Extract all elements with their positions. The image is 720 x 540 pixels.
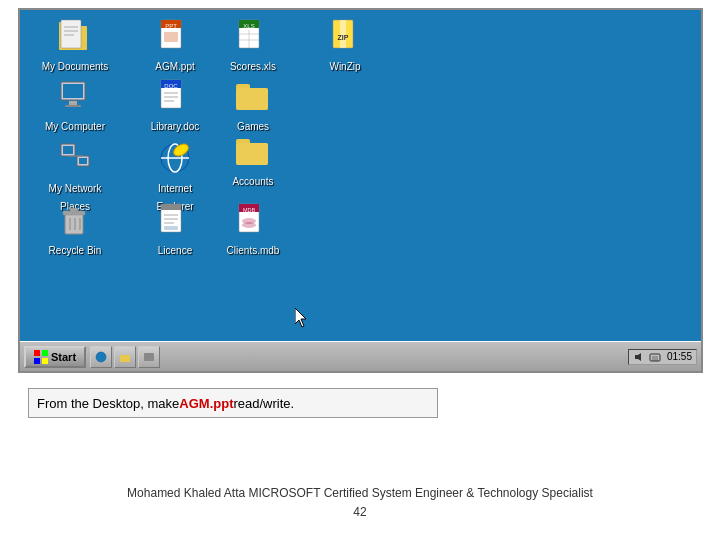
library-doc-icon: DOC — [157, 78, 193, 114]
scores-xls-icon: XLS — [235, 18, 271, 54]
licence-label: Licence — [158, 245, 192, 256]
mouse-cursor — [295, 308, 307, 328]
taskbar-icon-2[interactable] — [114, 346, 136, 368]
svg-rect-63 — [42, 350, 48, 356]
svg-point-60 — [242, 222, 256, 228]
my-computer-icon — [57, 78, 93, 114]
start-button[interactable]: Start — [24, 346, 86, 368]
my-computer-label: My Computer — [45, 121, 105, 132]
svg-text:ZIP: ZIP — [338, 34, 349, 41]
start-label: Start — [51, 351, 76, 363]
desktop-area: My Documents PPT AGM.ppt XLS — [20, 10, 701, 341]
taskbar: Start — [20, 341, 701, 371]
library-doc-label: Library.doc — [151, 121, 200, 132]
footer-line2: 42 — [0, 503, 720, 522]
svg-rect-67 — [120, 355, 130, 362]
agm-ppt-label: AGM.ppt — [155, 61, 194, 72]
svg-rect-31 — [236, 88, 268, 110]
icon-licence[interactable]: Licence — [140, 202, 210, 258]
my-network-icon — [57, 140, 93, 176]
recycle-bin-icon — [57, 202, 93, 238]
svg-rect-68 — [144, 353, 154, 361]
my-documents-label: My Documents — [42, 61, 109, 72]
svg-rect-20 — [63, 84, 83, 98]
svg-rect-46 — [70, 208, 78, 212]
svg-rect-51 — [161, 204, 181, 210]
taskbar-icon-3[interactable] — [138, 346, 160, 368]
clients-mdb-icon: MDB — [235, 202, 271, 238]
icon-library-doc[interactable]: DOC Library.doc — [140, 78, 210, 134]
svg-rect-65 — [42, 358, 48, 364]
svg-marker-61 — [295, 308, 306, 327]
speaker-icon — [633, 351, 645, 363]
svg-text:DOC: DOC — [164, 83, 178, 89]
desktop-frame: My Documents PPT AGM.ppt XLS — [18, 8, 703, 373]
winzip-label: WinZip — [329, 61, 360, 72]
svg-text:XLS: XLS — [243, 23, 254, 29]
svg-rect-9 — [164, 32, 178, 42]
my-documents-icon — [57, 18, 93, 54]
recycle-bin-label: Recycle Bin — [49, 245, 102, 256]
instruction-highlight: AGM.ppt — [179, 396, 233, 411]
icon-clients-mdb[interactable]: MDB Clients.mdb — [218, 202, 288, 258]
taskbar-browser-icon — [95, 351, 107, 363]
agm-ppt-icon: PPT — [157, 18, 193, 54]
clients-mdb-label: Clients.mdb — [227, 245, 280, 256]
taskbar-icons — [90, 346, 160, 368]
icon-agm-ppt[interactable]: PPT AGM.ppt — [140, 18, 210, 74]
windows-logo-icon — [34, 350, 48, 364]
scores-xls-label: Scores.xls — [230, 61, 276, 72]
instruction-box: From the Desktop, make AGM.ppt read/writ… — [28, 388, 438, 418]
instruction-prefix: From the Desktop, make — [37, 396, 179, 411]
svg-rect-33 — [63, 146, 73, 154]
icon-my-documents[interactable]: My Documents — [40, 18, 110, 74]
svg-rect-62 — [34, 350, 40, 356]
licence-icon — [157, 202, 193, 238]
svg-rect-64 — [34, 358, 40, 364]
svg-point-66 — [96, 352, 106, 362]
icon-winzip[interactable]: ZIP WinZip — [310, 18, 380, 74]
svg-rect-55 — [164, 226, 178, 230]
icon-my-computer[interactable]: My Computer — [40, 78, 110, 134]
winzip-icon: ZIP — [327, 18, 363, 54]
svg-text:PPT: PPT — [165, 23, 177, 29]
svg-rect-21 — [69, 101, 77, 105]
ie-icon — [157, 140, 193, 176]
accounts-folder-icon — [235, 133, 271, 169]
taskbar-folder-icon — [119, 351, 131, 363]
taskbar-icon-1[interactable] — [90, 346, 112, 368]
clock-time: 01:55 — [667, 351, 692, 362]
instruction-suffix: read/write. — [233, 396, 294, 411]
svg-marker-69 — [635, 353, 641, 361]
svg-rect-35 — [79, 158, 87, 164]
network-tray-icon — [649, 351, 663, 363]
svg-text:MDB: MDB — [243, 207, 256, 213]
icon-games[interactable]: Games — [218, 78, 288, 134]
footer-text: Mohamed Khaled Atta MICROSOFT Certified … — [0, 484, 720, 522]
accounts-label: Accounts — [232, 176, 273, 187]
games-folder-icon — [235, 78, 271, 114]
icon-accounts[interactable]: Accounts — [218, 133, 288, 189]
icon-recycle-bin[interactable]: Recycle Bin — [40, 202, 110, 258]
games-label: Games — [237, 121, 269, 132]
taskbar-app-icon — [143, 351, 155, 363]
svg-rect-2 — [61, 20, 81, 48]
taskbar-clock: 01:55 — [628, 349, 697, 365]
slide-container: My Documents PPT AGM.ppt XLS — [0, 0, 720, 540]
svg-rect-39 — [236, 143, 268, 165]
icon-scores-xls[interactable]: XLS Scores.xls — [218, 18, 288, 74]
svg-rect-71 — [652, 356, 658, 361]
svg-rect-22 — [65, 105, 81, 107]
footer-line1: Mohamed Khaled Atta MICROSOFT Certified … — [0, 484, 720, 503]
